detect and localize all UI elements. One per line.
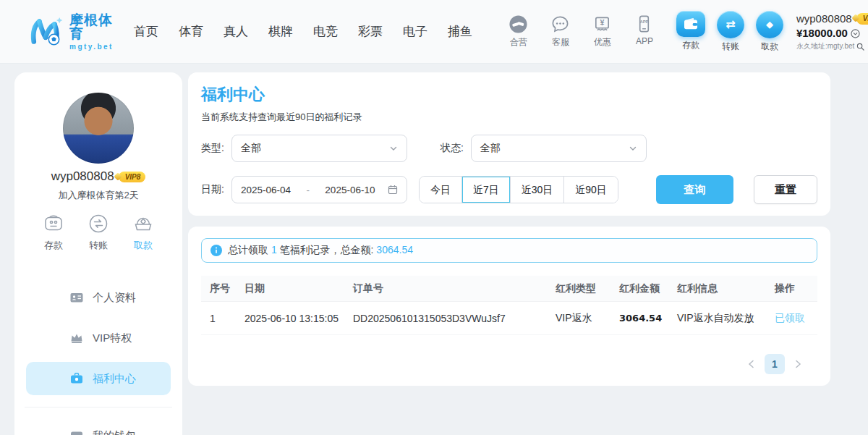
logo-mark-icon bbox=[27, 16, 64, 48]
type-select-value: 全部 bbox=[241, 142, 261, 155]
cell-info: VIP返水自动发放 bbox=[668, 312, 766, 325]
quick-link-partner[interactable]: 合营 bbox=[503, 14, 535, 48]
logo-title: 摩根体育 bbox=[69, 13, 114, 41]
quick-link-app[interactable]: APP APP bbox=[629, 14, 660, 48]
prev-page-icon[interactable] bbox=[748, 360, 754, 368]
sidebar-item-label: 我的钱包 bbox=[93, 429, 136, 435]
nav-item-home[interactable]: 首页 bbox=[134, 23, 158, 40]
transfer-arrows-icon: ⇄ bbox=[717, 11, 744, 38]
sidebar-transfer-button[interactable]: 转账 bbox=[87, 212, 110, 252]
type-select[interactable]: 全部 bbox=[231, 135, 407, 162]
date-label: 日期: bbox=[201, 183, 224, 196]
sidebar-item-label: 福利中心 bbox=[93, 372, 136, 386]
range-7days-button[interactable]: 近7日 bbox=[461, 177, 510, 203]
sidebar-item-vip[interactable]: VIP特权 bbox=[26, 321, 171, 355]
nav-item-slots[interactable]: 电子 bbox=[403, 23, 427, 40]
cell-date: 2025-06-10 13:15:05 bbox=[236, 313, 344, 324]
page-number[interactable]: 1 bbox=[765, 354, 785, 374]
wallet-action-label: 取款 bbox=[761, 41, 778, 53]
search-button[interactable]: 查询 bbox=[656, 175, 733, 204]
nav-item-sports[interactable]: 体育 bbox=[179, 23, 203, 40]
sidebar-item-label: 个人资料 bbox=[93, 291, 136, 305]
quick-link-label: 客服 bbox=[552, 36, 569, 48]
sidebar-withdraw-button[interactable]: 取款 bbox=[132, 212, 155, 252]
col-amount: 红利金额 bbox=[610, 282, 668, 295]
claimed-status-link[interactable]: 已领取 bbox=[766, 312, 817, 325]
quick-link-promo[interactable]: ¥ 优惠 bbox=[587, 14, 618, 48]
col-type: 红利类型 bbox=[547, 282, 610, 295]
quick-link-label: 优惠 bbox=[594, 36, 611, 48]
chevron-down-icon bbox=[629, 144, 637, 153]
nav-item-chess[interactable]: 棋牌 bbox=[268, 23, 293, 40]
withdraw-outline-icon bbox=[132, 212, 155, 235]
crown-icon bbox=[69, 331, 84, 345]
sidebar-action-label: 转账 bbox=[89, 239, 108, 252]
col-date: 日期 bbox=[236, 282, 344, 295]
filter-card: 福利中心 当前系统支持查询最近90日的福利记录 类型: 全部 状态: 全部 bbox=[188, 72, 830, 216]
logo-domain: mgty.bet bbox=[69, 43, 114, 51]
address-search-icon[interactable] bbox=[856, 43, 864, 51]
quick-link-label: APP bbox=[636, 36, 653, 46]
page-subtitle: 当前系统支持查询最近90日的福利记录 bbox=[201, 111, 817, 124]
quick-link-label: 合营 bbox=[510, 36, 527, 48]
nav-item-live[interactable]: 真人 bbox=[224, 23, 248, 40]
sidebar-deposit-button[interactable]: 存款 bbox=[42, 212, 65, 252]
username: wyp080808 bbox=[796, 12, 852, 26]
transfer-outline-icon bbox=[87, 212, 110, 235]
sidebar-item-welfare-center[interactable]: 福利中心 bbox=[26, 362, 171, 395]
date-separator: - bbox=[303, 185, 312, 195]
svg-text:¥: ¥ bbox=[600, 18, 605, 27]
status-select-value: 全部 bbox=[480, 142, 501, 155]
range-90days-button[interactable]: 近90日 bbox=[563, 177, 618, 203]
range-30days-button[interactable]: 近30日 bbox=[510, 177, 564, 203]
sidebar-username: wyp080808 bbox=[51, 169, 114, 184]
range-today-button[interactable]: 今日 bbox=[420, 177, 461, 203]
table-row: 1 2025-06-10 13:15:05 DD202506101315053D… bbox=[201, 302, 817, 335]
date-end: 2025-06-10 bbox=[325, 185, 375, 195]
records-card: 总计领取 1 笔福利记录，总金额: 3064.54 序号 日期 订单号 红利类型… bbox=[188, 227, 830, 386]
sidebar-avatar[interactable] bbox=[63, 93, 134, 164]
summary-bar: 总计领取 1 笔福利记录，总金额: 3064.54 bbox=[201, 238, 817, 263]
site-logo[interactable]: 摩根体育 mgty.bet bbox=[27, 13, 114, 51]
cell-no: 1 bbox=[201, 313, 236, 324]
next-page-icon[interactable] bbox=[795, 360, 801, 368]
date-range-picker[interactable]: 2025-06-04 - 2025-06-10 bbox=[231, 176, 407, 203]
main-nav: 首页 体育 真人 棋牌 电竞 彩票 电子 捕鱼 bbox=[134, 23, 472, 40]
summary-text: 总计领取 1 笔福利记录，总金额: 3064.54 bbox=[228, 244, 413, 257]
filter-row-type-status: 类型: 全部 状态: 全部 bbox=[201, 135, 817, 162]
transfer-button[interactable]: ⇄ 转账 bbox=[717, 11, 744, 53]
sidebar-item-label: VIP特权 bbox=[93, 331, 132, 345]
vip-badge: VIP8 bbox=[856, 13, 868, 25]
deposit-wallet-icon bbox=[676, 11, 705, 37]
support-chat-icon bbox=[550, 14, 570, 34]
withdraw-button[interactable]: ◆ 取款 bbox=[756, 11, 783, 53]
reset-button[interactable]: 重置 bbox=[754, 175, 817, 204]
status-label: 状态: bbox=[441, 142, 464, 155]
nav-item-lottery[interactable]: 彩票 bbox=[358, 23, 383, 40]
app-phone-icon: APP bbox=[634, 14, 654, 34]
wallet-action-label: 存款 bbox=[682, 39, 699, 51]
page-body: wyp080808 VIP8 加入摩根体育第2天 存款 bbox=[0, 64, 868, 435]
col-order: 订单号 bbox=[344, 282, 547, 295]
wallet-action-label: 转账 bbox=[722, 41, 739, 53]
deposit-button[interactable]: 存款 bbox=[676, 11, 705, 53]
deposit-outline-icon bbox=[42, 212, 65, 235]
sidebar-item-wallet[interactable]: 我的钱包 bbox=[26, 419, 171, 435]
cell-amount: 3064.54 bbox=[610, 313, 668, 324]
date-start: 2025-06-04 bbox=[241, 185, 291, 195]
quick-range-group: 今日 近7日 近30日 近90日 bbox=[419, 176, 618, 203]
sidebar: wyp080808 VIP8 加入摩根体育第2天 存款 bbox=[14, 72, 182, 435]
quick-link-support[interactable]: 客服 bbox=[545, 14, 576, 48]
nav-item-esports[interactable]: 电竞 bbox=[313, 23, 338, 40]
nav-item-fishing[interactable]: 捕鱼 bbox=[448, 23, 472, 40]
summary-count: 1 bbox=[271, 244, 277, 255]
sidebar-item-profile[interactable]: 个人资料 bbox=[26, 281, 171, 314]
status-select[interactable]: 全部 bbox=[471, 135, 647, 162]
main-content: 福利中心 当前系统支持查询最近90日的福利记录 类型: 全部 状态: 全部 bbox=[188, 72, 830, 435]
balance-toggle-icon[interactable] bbox=[851, 29, 860, 38]
sidebar-quick-actions: 存款 转账 取款 bbox=[14, 212, 182, 252]
filter-row-date: 日期: 2025-06-04 - 2025-06-10 今日 bbox=[201, 175, 817, 204]
sidebar-action-label: 取款 bbox=[134, 239, 153, 252]
type-label: 类型: bbox=[201, 142, 224, 155]
header-wallet-actions: 存款 ⇄ 转账 ◆ 取款 bbox=[676, 11, 783, 53]
